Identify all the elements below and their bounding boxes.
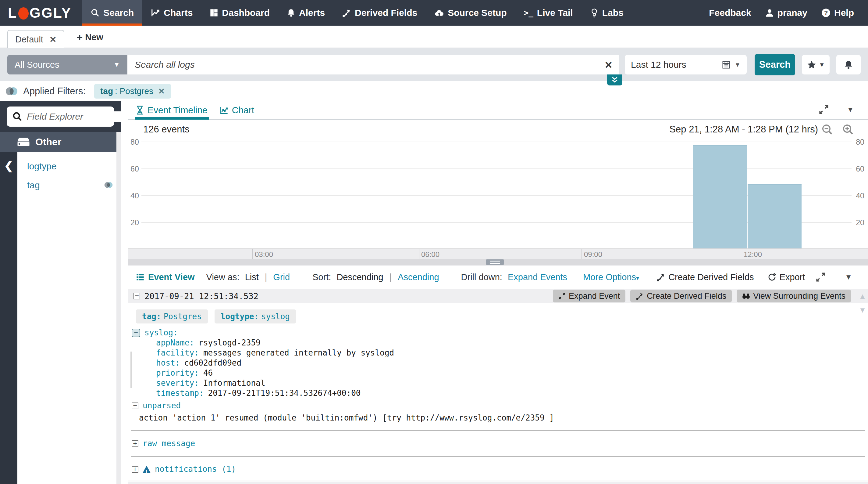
histogram-bar-2[interactable] <box>748 184 802 249</box>
y-axis-label-right: 60 <box>856 165 864 173</box>
time-range-picker[interactable]: Last 12 hours ▼ <box>625 55 747 75</box>
y-axis-label: 40 <box>130 191 139 200</box>
nav-item-help[interactable]: ? Help <box>816 8 859 18</box>
event-timeline-chart[interactable]: 80 60 40 20 80 60 40 20 <box>128 139 868 249</box>
nav-item-user[interactable]: pranay <box>761 8 812 18</box>
export-icon <box>768 273 777 282</box>
remove-filter-icon[interactable]: ✕ <box>158 87 165 96</box>
sidebar-item-logtype[interactable]: logtype <box>27 161 57 171</box>
derived-fields-icon <box>656 273 665 282</box>
export-button[interactable]: Export <box>768 272 805 282</box>
zoom-in-icon[interactable] <box>842 123 854 136</box>
sort-descending[interactable]: Descending <box>337 272 383 282</box>
chip-key: logtype: <box>221 312 259 321</box>
chip-tag[interactable]: tag: Postgres <box>136 309 208 323</box>
tab-event-timeline[interactable]: Event Timeline <box>136 101 208 119</box>
field-explorer-search <box>7 107 114 126</box>
raw-message-row[interactable]: raw message <box>132 438 868 449</box>
search-input[interactable] <box>127 55 619 75</box>
y-axis-label-right: 20 <box>856 218 864 227</box>
filter-chip-tag-postgres[interactable]: tag : Postgres ✕ <box>94 84 171 98</box>
expand-search-chevrons[interactable] <box>607 75 622 85</box>
expand-group-icon[interactable] <box>132 466 138 473</box>
nav-label: pranay <box>777 8 807 18</box>
nav-right: Feedback pranay ? Help <box>704 0 868 26</box>
warning-icon <box>143 466 151 473</box>
clear-search-icon[interactable]: ✕ <box>604 59 613 71</box>
timeline-horizontal-scrollbar[interactable] <box>128 259 868 265</box>
more-options-button[interactable]: More Options▾ <box>583 272 639 282</box>
sidebar-scrollbar[interactable] <box>117 132 121 484</box>
nav-item-labs[interactable]: Labs <box>582 0 632 26</box>
tab-chart[interactable]: Chart <box>220 101 254 119</box>
svg-text:?: ? <box>824 9 828 16</box>
create-derived-label: Create Derived Fields <box>669 272 754 282</box>
event-list-scrollbar[interactable]: ▲ ▼ <box>860 292 866 314</box>
sidebar-collapse-strip[interactable]: ❮ <box>0 152 18 484</box>
expand-icon <box>558 292 566 300</box>
new-tab-button[interactable]: + New <box>76 31 103 48</box>
view-as-grid[interactable]: Grid <box>273 272 290 282</box>
event-chips: tag: Postgres logtype: syslog <box>136 309 868 323</box>
x-axis-label: 06:00 <box>421 250 439 259</box>
field-row: priority:46 <box>156 368 868 378</box>
x-axis-strip: 03:00 06:00 09:00 12:00 <box>128 249 868 259</box>
expand-group-icon[interactable] <box>132 440 138 447</box>
nav-item-derived-fields[interactable]: Derived Fields <box>334 0 426 26</box>
view-as-list[interactable]: List <box>245 272 259 282</box>
histogram-bar-1[interactable] <box>693 145 747 249</box>
sources-dropdown[interactable]: All Sources ▼ <box>7 55 127 75</box>
tab-default[interactable]: Default ✕ <box>7 30 64 48</box>
alerts-bell-button[interactable] <box>836 55 861 75</box>
gridline-80 <box>142 142 851 142</box>
expand-panel-icon[interactable] <box>815 272 826 282</box>
create-derived-fields-button[interactable]: Create Derived Fields <box>656 272 754 282</box>
search-button[interactable]: Search <box>755 54 795 75</box>
event-view-panel-icons: ▼ <box>815 272 852 282</box>
nav-item-alerts[interactable]: Alerts <box>278 0 334 26</box>
search-icon <box>91 8 100 18</box>
timeline-range-cluster: Sep 21, 1:28 AM - 1:28 PM (12 hrs) <box>669 123 854 136</box>
nav-item-source-setup[interactable]: Source Setup <box>426 0 515 26</box>
nav-item-feedback[interactable]: Feedback <box>704 8 756 18</box>
collapse-panel-caret-icon[interactable]: ▼ <box>845 273 852 281</box>
event-row-header[interactable]: 2017-09-21 12:51:34.532 Expand Event Cre… <box>128 289 868 303</box>
close-tab-icon[interactable]: ✕ <box>50 34 56 45</box>
create-derived-fields-button[interactable]: Create Derived Fields <box>630 290 732 303</box>
nav-item-live-tail[interactable]: >_ Live Tail <box>516 0 582 26</box>
scroll-down-icon[interactable]: ▼ <box>860 306 865 314</box>
events-count: 126 events <box>143 124 190 135</box>
time-range-label: Last 12 hours <box>631 59 722 70</box>
venn-filter-icon[interactable] <box>104 181 113 189</box>
nav-item-dashboard[interactable]: Dashboard <box>201 0 278 26</box>
collapse-event-icon[interactable] <box>133 293 140 300</box>
syslog-group-row[interactable]: syslog: <box>132 328 868 338</box>
loggly-logo[interactable]: L GGLY <box>0 0 82 26</box>
drill-expand-events[interactable]: Expand Events <box>508 272 567 282</box>
y-axis-label: 20 <box>130 218 139 227</box>
plus-icon: + <box>76 31 83 43</box>
expand-panel-icon[interactable] <box>818 104 829 115</box>
scroll-up-icon[interactable]: ▲ <box>860 292 865 300</box>
nav-label: Alerts <box>299 8 325 18</box>
sidebar-item-tag[interactable]: tag <box>27 180 40 191</box>
sidebar-group-other[interactable]: Other <box>0 132 121 152</box>
saved-searches-button[interactable]: ▼ <box>802 55 830 75</box>
unparsed-group-row[interactable]: unparsed <box>132 401 868 411</box>
event-row-header[interactable]: 2017-09-21 12:51:34.532 action 'action 1… <box>128 482 868 484</box>
collapse-panel-caret-icon[interactable]: ▼ <box>847 105 854 114</box>
collapse-group-icon[interactable] <box>132 402 138 409</box>
chip-logtype[interactable]: logtype: syslog <box>215 309 296 323</box>
view-surrounding-events-button[interactable]: View Surrounding Events <box>737 290 851 303</box>
collapse-group-icon[interactable] <box>132 329 140 337</box>
expand-event-button[interactable]: Expand Event <box>553 290 625 303</box>
sort-ascending[interactable]: Ascending <box>398 272 439 282</box>
zoom-out-icon[interactable] <box>821 123 833 136</box>
nav-item-search[interactable]: Search <box>82 0 142 26</box>
nav-label: Search <box>103 8 134 18</box>
notifications-row[interactable]: notifications (1) <box>132 464 868 474</box>
nav-item-charts[interactable]: Charts <box>142 0 201 26</box>
scrollbar-handle[interactable] <box>486 259 504 265</box>
nav-label: Charts <box>164 8 193 18</box>
chevron-down-icon: ▼ <box>113 61 120 69</box>
